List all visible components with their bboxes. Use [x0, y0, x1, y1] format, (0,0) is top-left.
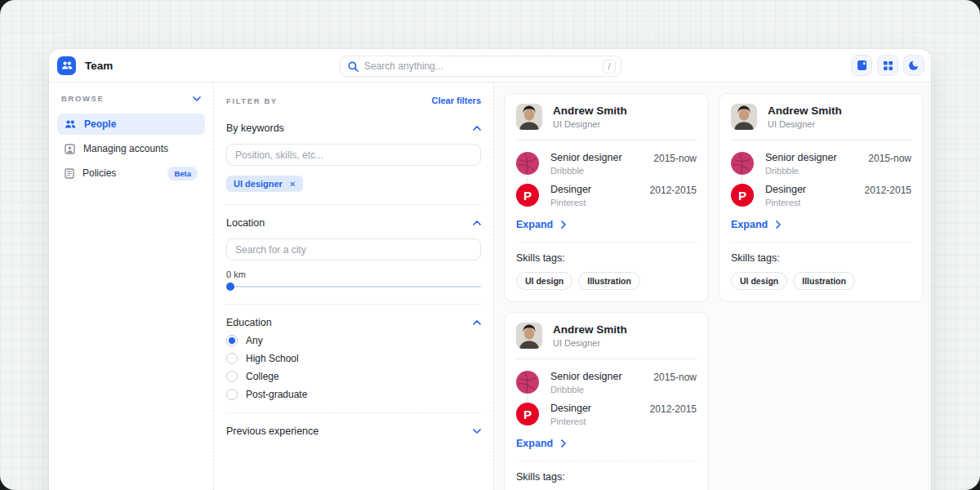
city-search-input[interactable] [226, 238, 481, 261]
expand-link[interactable]: Expand [516, 438, 566, 449]
chevron-down-icon [473, 429, 481, 434]
skill-tag[interactable]: Illustration [793, 272, 855, 290]
page-background: Team / [0, 0, 980, 490]
dribbble-icon [516, 152, 539, 175]
person-role: UI Designer [553, 338, 627, 348]
chevron-up-icon [473, 220, 481, 225]
expand-link[interactable]: Expand [731, 219, 781, 230]
skill-tag[interactable]: UI design [731, 272, 787, 290]
radio-option-college[interactable]: College [226, 371, 481, 382]
clear-filters-link[interactable]: Clear filters [431, 96, 481, 105]
experience-title: Desinger [765, 184, 806, 195]
experience-title: Senior designer [550, 152, 622, 163]
keywords-input[interactable] [226, 144, 481, 166]
experience-list: Senior designer Dribbble 2015-now P Desi… [516, 152, 697, 207]
experience-list: Senior designer Dribbble 2015-now P Desi… [731, 152, 911, 207]
experience-title: Desinger [550, 403, 591, 414]
experience-period: 2015-now [868, 152, 911, 164]
slider-thumb[interactable] [226, 283, 234, 291]
close-icon[interactable]: ✕ [289, 180, 296, 189]
slider-track [226, 286, 481, 287]
skill-tag[interactable]: Illustration [578, 272, 640, 290]
radio-button[interactable] [226, 335, 238, 346]
experience-list: Senior designer Dribbble 2015-now P Desi… [516, 371, 697, 426]
pinterest-icon: P [516, 403, 539, 425]
expand-label: Expand [516, 438, 553, 449]
results-area: Andrew Smith UI Designer [494, 82, 931, 490]
grid-icon [883, 60, 893, 71]
expand-link[interactable]: Expand [516, 219, 566, 230]
people-icon [61, 60, 73, 70]
sidebar-item-label: Managing accounts [83, 143, 168, 154]
sidebar-item-people[interactable]: People [57, 114, 205, 135]
previous-experience-title: Previous experience [226, 425, 318, 437]
chevron-right-icon [561, 439, 566, 448]
dark-mode-button[interactable] [903, 55, 924, 76]
experience-title: Senior designer [765, 152, 837, 163]
education-section-header[interactable]: Education [226, 317, 481, 328]
account-card-icon [65, 144, 75, 154]
app-window: Team / [49, 49, 931, 490]
radio-option-post-graduate[interactable]: Post-graduate [226, 389, 481, 400]
radio-label: High School [246, 353, 299, 364]
chevron-up-icon [473, 126, 481, 131]
chevron-right-icon [561, 220, 566, 229]
keywords-section-title: By keywords [226, 122, 284, 134]
divider [516, 140, 697, 140]
book-icon [857, 60, 867, 71]
radio-option-high-school[interactable]: High School [226, 353, 481, 364]
sidebar-item-policies[interactable]: Policies Beta [57, 163, 205, 184]
sidebar-item-label: People [84, 118, 116, 130]
app-title: Team [85, 60, 113, 72]
education-section-title: Education [226, 317, 272, 328]
slash-shortcut-key: / [603, 60, 616, 74]
skills-label: Skills tags: [731, 252, 911, 264]
skill-tags: UI design Illustration [516, 272, 697, 290]
person-name: Andrew Smith [768, 105, 842, 117]
sidebar-item-label: Policies [82, 167, 116, 179]
distance-slider[interactable] [226, 282, 481, 292]
search-input[interactable] [364, 60, 603, 72]
keyword-chip-label: UI designer [234, 179, 283, 189]
experience-period: 2015-now [653, 371, 697, 383]
experience-company: Dribbble [550, 166, 622, 176]
person-name: Andrew Smith [553, 323, 627, 336]
beta-badge: Beta [167, 167, 198, 180]
avatar [516, 104, 542, 130]
distance-label: 0 km [226, 270, 481, 279]
radio-button[interactable] [226, 389, 238, 400]
divider [226, 204, 481, 205]
person-role: UI Designer [768, 119, 842, 129]
avatar-photo [516, 323, 542, 349]
keywords-section-header[interactable]: By keywords [226, 122, 481, 134]
browse-header[interactable]: BROWSE [57, 94, 205, 103]
book-button[interactable] [851, 55, 872, 76]
experience-company: Dribbble [765, 166, 837, 176]
avatar-photo [516, 104, 542, 130]
skills-label: Skills tags: [516, 252, 697, 264]
experience-period: 2012-2015 [650, 403, 697, 415]
apps-grid-button[interactable] [877, 55, 898, 76]
experience-period: 2012-2015 [865, 184, 911, 196]
filter-by-label: FILTER BY [226, 96, 278, 105]
experience-row: P Desinger Pinterest 2012-2015 [516, 184, 697, 207]
search-bar[interactable]: / [340, 56, 621, 77]
keyword-chip[interactable]: UI designer ✕ [226, 176, 303, 192]
radio-option-any[interactable]: Any [226, 335, 481, 346]
location-section-header[interactable]: Location [226, 217, 481, 229]
person-name: Andrew Smith [553, 105, 627, 117]
chevron-right-icon [776, 220, 781, 229]
experience-period: 2012-2015 [650, 184, 697, 196]
previous-experience-section-header[interactable]: Previous experience [226, 425, 481, 437]
sidebar-item-managing-accounts[interactable]: Managing accounts [57, 138, 205, 159]
divider [731, 140, 911, 140]
expand-label: Expand [516, 219, 553, 230]
radio-label: College [246, 371, 279, 382]
sidebar: BROWSE People [49, 82, 214, 490]
experience-title: Senior designer [550, 371, 622, 382]
radio-button[interactable] [226, 353, 238, 364]
skill-tag[interactable]: UI design [516, 272, 572, 290]
radio-button[interactable] [226, 371, 238, 382]
radio-label: Any [246, 335, 263, 346]
pinterest-icon: P [731, 184, 754, 207]
